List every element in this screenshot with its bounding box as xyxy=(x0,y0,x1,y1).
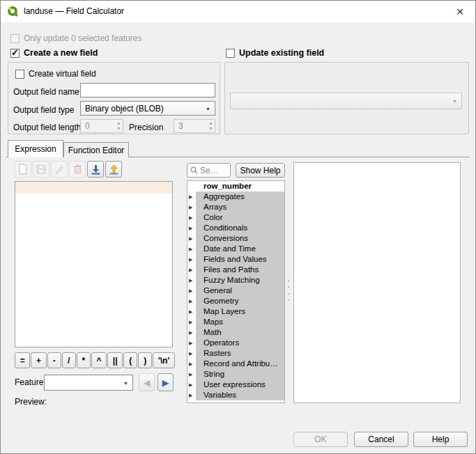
operator-button[interactable]: ) xyxy=(138,352,152,368)
operator-button[interactable]: '\n' xyxy=(153,352,175,368)
checkbox-box: ✓ xyxy=(10,49,20,58)
function-category-label: Conversions xyxy=(196,233,284,244)
function-category-label: Color xyxy=(196,212,284,223)
function-category-row[interactable]: ▶ Operators xyxy=(187,338,284,348)
pencil-icon xyxy=(54,164,64,174)
new-expression-button[interactable] xyxy=(15,161,31,178)
show-help-label: Show Help xyxy=(240,166,280,175)
cancel-label: Cancel xyxy=(368,435,394,444)
function-category-row[interactable]: ▶ Fields and Values xyxy=(187,254,284,265)
current-line-highlight xyxy=(15,182,172,194)
trash-icon xyxy=(73,164,82,174)
function-category-row[interactable]: ▶ Fuzzy Matching xyxy=(187,275,284,285)
tab-function-editor[interactable]: Function Editor xyxy=(63,142,129,157)
function-category-row[interactable]: ▶ Record and Attribu… xyxy=(187,359,284,369)
tab-function-editor-label: Function Editor xyxy=(68,146,125,155)
expand-arrow-icon: ▶ xyxy=(189,191,192,202)
chevron-down-icon: ▼ xyxy=(206,106,210,111)
operator-button[interactable]: - xyxy=(47,352,61,368)
next-feature-button[interactable]: ▶ xyxy=(158,373,174,391)
operator-button[interactable]: + xyxy=(31,352,46,368)
function-category-row[interactable]: ▶ General xyxy=(187,285,284,296)
help-button[interactable]: Help xyxy=(413,432,468,447)
update-existing-field-checkbox[interactable]: Update existing field xyxy=(226,48,324,58)
function-category-row[interactable]: ▶ Map Layers xyxy=(187,306,284,317)
operator-button[interactable]: / xyxy=(62,352,76,368)
ok-button[interactable]: OK xyxy=(293,432,348,447)
output-field-name-input[interactable] xyxy=(80,83,215,97)
close-icon[interactable]: ✕ xyxy=(453,5,467,19)
function-category-row[interactable]: ▶ Color xyxy=(187,212,284,223)
precision-spinbox[interactable]: 3 ▲▼ xyxy=(174,119,215,133)
function-category-label: Arrays xyxy=(196,202,284,212)
existing-field-combo[interactable]: ▼ xyxy=(230,93,462,109)
function-category-row[interactable]: ▶ Arrays xyxy=(187,202,284,212)
precision-label: Precision xyxy=(129,123,163,132)
title-bar: landuse — Field Calculator ✕ xyxy=(1,1,475,22)
function-search-input[interactable]: Se… xyxy=(187,163,231,178)
operator-button[interactable]: * xyxy=(77,352,91,368)
search-icon xyxy=(190,166,198,174)
operator-button[interactable]: || xyxy=(107,352,123,368)
function-item-row-number[interactable]: row_number xyxy=(187,181,284,191)
operator-button[interactable]: = xyxy=(15,352,30,368)
function-category-row[interactable]: ▶ String xyxy=(187,369,284,379)
existing-field-groupbox: ▼ xyxy=(224,62,469,134)
expand-arrow-icon: ▶ xyxy=(189,265,192,275)
import-expression-button[interactable] xyxy=(87,161,104,178)
expand-arrow-icon: ▶ xyxy=(189,317,192,327)
splitter-handle[interactable] xyxy=(287,280,289,301)
show-help-button[interactable]: Show Help xyxy=(236,163,285,178)
export-expression-button[interactable] xyxy=(105,161,122,178)
edit-expression-button[interactable] xyxy=(51,161,68,178)
output-field-type-combo[interactable]: Binary object (BLOB) ▼ xyxy=(80,101,215,116)
function-category-label: General xyxy=(196,285,284,296)
expand-arrow-icon: ▶ xyxy=(189,369,192,379)
expand-arrow-icon: ▶ xyxy=(189,202,192,212)
only-update-selected-checkbox[interactable]: Only update 0 selected features xyxy=(10,33,141,43)
create-virtual-field-checkbox[interactable]: Create virtual field xyxy=(15,69,96,79)
output-field-type-label: Output field type xyxy=(13,105,74,115)
checkbox-box xyxy=(10,34,20,43)
function-category-label: Map Layers xyxy=(196,306,284,317)
function-category-row[interactable]: ▶ Maps xyxy=(187,317,284,327)
function-category-label: Rasters xyxy=(196,348,284,359)
function-category-label: Date and Time xyxy=(196,244,284,254)
save-expression-button[interactable] xyxy=(33,161,49,178)
function-category-row[interactable]: ▶ Math xyxy=(187,327,284,338)
new-field-groupbox: Create virtual field Output field name O… xyxy=(8,62,220,134)
spinner-arrows-icon[interactable]: ▲▼ xyxy=(208,120,213,132)
function-help-panel xyxy=(293,162,461,403)
expand-arrow-icon: ▶ xyxy=(189,379,192,390)
feature-combo[interactable]: ▼ xyxy=(44,375,133,391)
function-category-row[interactable]: ▶ Files and Paths xyxy=(187,265,284,275)
function-category-row[interactable]: ▶ Aggregates xyxy=(187,191,284,202)
expand-arrow-icon: ▶ xyxy=(189,212,192,223)
next-arrow-icon: ▶ xyxy=(162,377,169,388)
cancel-button[interactable]: Cancel xyxy=(354,432,408,447)
create-new-field-checkbox[interactable]: ✓ Create a new field xyxy=(10,48,98,58)
function-category-row[interactable]: ▶ Conditionals xyxy=(187,223,284,233)
spinner-arrows-icon[interactable]: ▲▼ xyxy=(116,120,121,132)
output-field-length-spinbox[interactable]: 0 ▲▼ xyxy=(80,119,123,133)
function-category-row[interactable]: ▶ User expressions xyxy=(187,379,284,390)
function-category-row[interactable]: ▶ Date and Time xyxy=(187,244,284,254)
delete-expression-button[interactable] xyxy=(69,161,86,178)
expression-editor[interactable] xyxy=(15,181,173,347)
previous-feature-button[interactable]: ◀ xyxy=(139,373,155,391)
checkbox-box xyxy=(226,49,235,58)
function-category-label: Fuzzy Matching xyxy=(196,275,284,285)
function-category-row[interactable]: ▶ Conversions xyxy=(187,233,284,244)
expand-arrow-icon: ▶ xyxy=(189,285,192,296)
update-existing-field-label: Update existing field xyxy=(239,48,324,58)
output-field-length-label: Output field length xyxy=(13,123,81,132)
tab-expression[interactable]: Expression xyxy=(8,140,63,157)
precision-value: 3 xyxy=(178,121,183,131)
function-category-row[interactable]: ▶ Geometry xyxy=(187,296,284,306)
search-placeholder: Se… xyxy=(200,166,219,175)
function-category-row[interactable]: ▶ Variables xyxy=(187,390,284,400)
operator-button[interactable]: ( xyxy=(123,352,137,368)
ok-label: OK xyxy=(314,435,326,444)
operator-button[interactable]: ^ xyxy=(91,352,107,368)
function-category-row[interactable]: ▶ Rasters xyxy=(187,348,284,359)
